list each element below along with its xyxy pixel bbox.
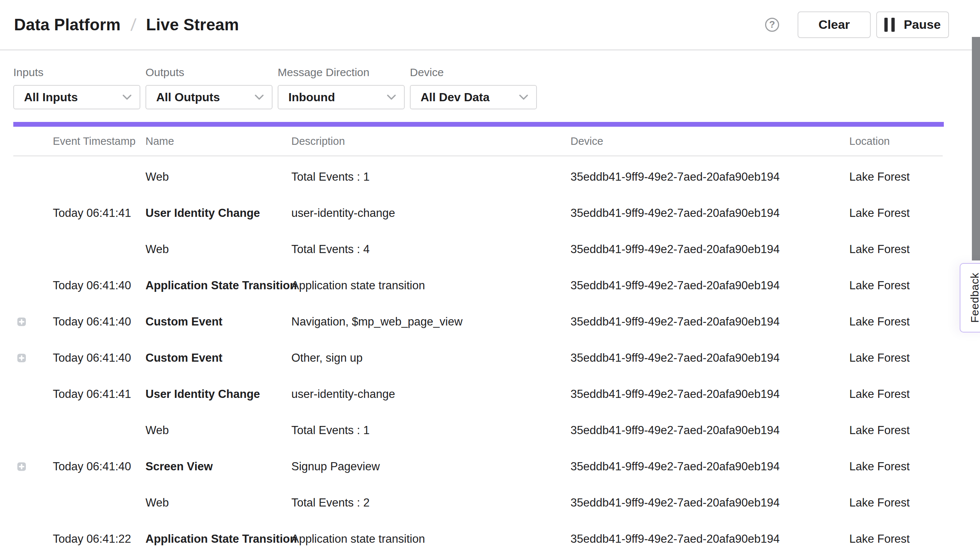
cell-device: 35eddb41-9ff9-49e2-7aed-20afa90eb194	[571, 532, 780, 546]
filter-message-direction-label: Message Direction	[278, 66, 405, 79]
cell-device: 35eddb41-9ff9-49e2-7aed-20afa90eb194	[571, 315, 780, 329]
table-row[interactable]: Today 06:41:41 User Identity Change user…	[0, 376, 943, 412]
filter-device: Device All Dev Data	[410, 66, 537, 109]
cell-timestamp: Today 06:41:41	[53, 206, 131, 220]
feedback-tab[interactable]: Feedback	[960, 263, 980, 332]
cell-location: Lake Forest	[849, 460, 910, 473]
table-row[interactable]: Web Total Events : 1 35eddb41-9ff9-49e2-…	[0, 159, 943, 195]
cell-timestamp: Today 06:41:40	[53, 351, 131, 365]
cell-location: Lake Forest	[849, 388, 910, 401]
cell-device: 35eddb41-9ff9-49e2-7aed-20afa90eb194	[571, 243, 780, 256]
cell-name: Web	[145, 424, 169, 437]
page-header: Data Platform / Live Stream ? Clear Paus…	[0, 0, 980, 51]
accent-divider	[13, 122, 944, 127]
filter-device-label: Device	[410, 66, 537, 79]
cell-description: Application state transition	[291, 279, 425, 292]
column-header-device: Device	[571, 135, 603, 147]
cell-description: user-identity-change	[291, 206, 395, 220]
cell-name: Application State Transition	[145, 279, 297, 292]
cell-name: Screen View	[145, 460, 213, 473]
filter-device-value: All Dev Data	[421, 91, 490, 104]
cell-location: Lake Forest	[849, 206, 910, 220]
cell-description: Navigation, $mp_web_page_view	[291, 315, 463, 329]
table-row[interactable]: Today 06:41:40 Custom Event Navigation, …	[0, 304, 943, 340]
filter-inputs: Inputs All Inputs	[13, 66, 140, 109]
chevron-down-icon	[255, 94, 264, 100]
filter-message-direction-value: Inbound	[288, 91, 335, 104]
filter-outputs-label: Outputs	[145, 66, 272, 79]
cell-description: user-identity-change	[291, 388, 395, 401]
help-icon[interactable]: ?	[765, 18, 779, 32]
cell-name: Web	[145, 496, 169, 509]
cell-location: Lake Forest	[849, 424, 910, 437]
cell-timestamp: Today 06:41:40	[53, 315, 131, 329]
cell-location: Lake Forest	[849, 170, 910, 184]
filter-inputs-select[interactable]: All Inputs	[13, 85, 140, 109]
cell-timestamp: Today 06:41:22	[53, 532, 131, 546]
cell-name: Web	[145, 243, 169, 256]
column-header-name: Name	[145, 135, 174, 147]
cell-description: Total Events : 4	[291, 243, 370, 256]
feedback-tab-label: Feedback	[969, 273, 980, 323]
table-row[interactable]: Today 06:41:22 Application State Transit…	[0, 521, 943, 549]
cell-timestamp: Today 06:41:40	[53, 460, 131, 473]
cell-device: 35eddb41-9ff9-49e2-7aed-20afa90eb194	[571, 170, 780, 184]
cell-name: User Identity Change	[145, 206, 260, 220]
header-actions: ? Clear Pause	[765, 11, 949, 38]
cell-location: Lake Forest	[849, 496, 910, 509]
pause-button[interactable]: Pause	[876, 11, 949, 38]
vertical-scrollbar-thumb[interactable]	[972, 37, 980, 260]
table-row[interactable]: Today 06:41:40 Custom Event Other, sign …	[0, 340, 943, 376]
table-header: Event Timestamp Name Description Device …	[13, 127, 943, 156]
cell-name: Custom Event	[145, 315, 222, 329]
expand-row-icon[interactable]	[18, 318, 26, 326]
chevron-down-icon	[519, 94, 528, 100]
cell-location: Lake Forest	[849, 279, 910, 292]
table-row[interactable]: Today 06:41:41 User Identity Change user…	[0, 195, 943, 231]
table-row[interactable]: Today 06:41:40 Application State Transit…	[0, 268, 943, 304]
column-header-description: Description	[291, 135, 345, 147]
table-row[interactable]: Today 06:41:40 Screen View Signup Pagevi…	[0, 448, 943, 485]
table-row[interactable]: Web Total Events : 4 35eddb41-9ff9-49e2-…	[0, 231, 943, 268]
column-header-event-timestamp: Event Timestamp	[53, 135, 135, 147]
cell-device: 35eddb41-9ff9-49e2-7aed-20afa90eb194	[571, 351, 780, 365]
column-header-location: Location	[849, 135, 890, 147]
filter-inputs-value: All Inputs	[24, 91, 78, 104]
cell-description: Total Events : 2	[291, 496, 370, 509]
cell-device: 35eddb41-9ff9-49e2-7aed-20afa90eb194	[571, 460, 780, 473]
cell-device: 35eddb41-9ff9-49e2-7aed-20afa90eb194	[571, 424, 780, 437]
cell-name: Web	[145, 170, 169, 184]
pause-icon	[885, 18, 895, 32]
cell-description: Total Events : 1	[291, 424, 370, 437]
cell-name: User Identity Change	[145, 388, 260, 401]
filter-message-direction-select[interactable]: Inbound	[278, 85, 405, 109]
expand-row-icon[interactable]	[18, 354, 26, 362]
expand-row-icon[interactable]	[18, 463, 26, 471]
chevron-down-icon	[387, 94, 396, 100]
cell-description: Other, sign up	[291, 351, 363, 365]
filter-outputs-value: All Outputs	[156, 91, 220, 104]
filter-outputs: Outputs All Outputs	[145, 66, 272, 109]
cell-device: 35eddb41-9ff9-49e2-7aed-20afa90eb194	[571, 279, 780, 292]
cell-description: Application state transition	[291, 532, 425, 546]
table-row[interactable]: Web Total Events : 2 35eddb41-9ff9-49e2-…	[0, 485, 943, 521]
pause-button-label: Pause	[904, 18, 940, 32]
cell-device: 35eddb41-9ff9-49e2-7aed-20afa90eb194	[571, 206, 780, 220]
cell-name: Custom Event	[145, 351, 222, 365]
cell-description: Total Events : 1	[291, 170, 370, 184]
cell-description: Signup Pageview	[291, 460, 380, 473]
breadcrumb: Data Platform / Live Stream	[14, 15, 239, 35]
live-stream-page: Data Platform / Live Stream ? Clear Paus…	[0, 0, 980, 549]
table-body: Web Total Events : 1 35eddb41-9ff9-49e2-…	[0, 159, 943, 549]
filter-bar: Inputs All Inputs Outputs All Outputs Me…	[13, 51, 537, 109]
filter-inputs-label: Inputs	[13, 66, 140, 79]
chevron-down-icon	[123, 94, 132, 100]
filter-outputs-select[interactable]: All Outputs	[145, 85, 272, 109]
table-row[interactable]: Web Total Events : 1 35eddb41-9ff9-49e2-…	[0, 412, 943, 448]
cell-device: 35eddb41-9ff9-49e2-7aed-20afa90eb194	[571, 388, 780, 401]
clear-button[interactable]: Clear	[798, 11, 871, 38]
filter-device-select[interactable]: All Dev Data	[410, 85, 537, 109]
breadcrumb-item-data-platform[interactable]: Data Platform	[14, 16, 121, 34]
filter-message-direction: Message Direction Inbound	[278, 66, 405, 109]
cell-timestamp: Today 06:41:40	[53, 279, 131, 292]
